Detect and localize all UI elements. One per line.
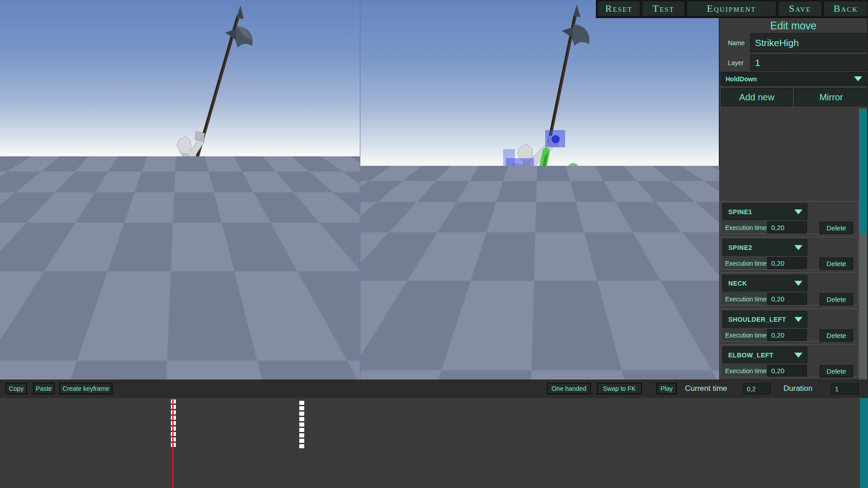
gizmo-foot-sphere-right	[544, 259, 553, 268]
execution-time-input[interactable]: 0,20	[767, 293, 807, 305]
execution-time-label: Execution time	[722, 257, 767, 269]
viewport-edit[interactable]	[360, 0, 719, 380]
target-sphere-yellow	[592, 169, 603, 180]
bone-select-dropdown[interactable]: SPINE1	[722, 203, 807, 220]
bone-name-label: SPINE2	[728, 244, 752, 251]
playhead[interactable]	[172, 398, 174, 488]
timeline[interactable]	[0, 397, 868, 488]
bone-list: SPINE1 Execution time 0,20 Delete SPINE2…	[720, 108, 861, 382]
duration-label: Duration	[783, 384, 812, 393]
execution-time-label: Execution time	[722, 293, 767, 305]
target-sphere-red-right	[561, 206, 572, 217]
mannequin	[159, 131, 212, 246]
animation-editor-app: Reset Test Equipment Save Back Edit move…	[0, 0, 868, 488]
bone-list-scrollbar[interactable]	[859, 108, 867, 382]
execution-time-label: Execution time	[722, 329, 767, 341]
dropdown-arrow-icon	[854, 76, 862, 81]
keyframe-marker-2[interactable]	[299, 401, 304, 450]
gizmo-foot-sphere-left	[486, 260, 495, 269]
name-input[interactable]: StrikeHigh	[750, 33, 868, 52]
name-row: Name StrikeHigh	[720, 33, 868, 52]
bone-select-dropdown[interactable]: ELBOW_LEFT	[722, 347, 807, 363]
keyframe-dash	[299, 428, 304, 432]
back-button[interactable]: Back	[824, 1, 868, 16]
keyframe-dash	[299, 412, 304, 416]
execution-time-input[interactable]: 0,20	[767, 221, 807, 234]
execution-time-label: Execution time	[722, 365, 767, 377]
bone-card: NECK Execution time 0,20 Delete	[721, 272, 858, 305]
gizmo-box-chest	[506, 158, 534, 182]
reset-button[interactable]: Reset	[598, 1, 640, 16]
bone-card: ELBOW_LEFT Execution time 0,20 Delete	[721, 344, 858, 377]
target-sphere-green-left	[468, 196, 480, 208]
mirror-button[interactable]: Mirror	[794, 88, 868, 106]
delete-button[interactable]: Delete	[820, 365, 853, 377]
timeline-end-bar[interactable]	[860, 398, 868, 488]
copy-button[interactable]: Copy	[5, 383, 27, 394]
bone-name-label: ELBOW_LEFT	[728, 352, 774, 359]
edit-move-panel: Edit move Name StrikeHigh Layer 1 HoldDo…	[719, 17, 868, 382]
play-button[interactable]: Play	[656, 383, 677, 394]
name-label: Name	[728, 39, 745, 47]
delete-button[interactable]: Delete	[820, 293, 853, 305]
equipment-button[interactable]: Equipment	[687, 1, 776, 16]
move-type-value: HoldDown	[726, 75, 757, 83]
character-preview	[0, 0, 360, 380]
gizmo-hand-lower-sphere	[537, 193, 545, 202]
keyframe-dash	[299, 422, 304, 427]
dropdown-arrow-icon	[794, 209, 802, 214]
delete-button[interactable]: Delete	[820, 329, 853, 342]
execution-time-label: Execution time	[722, 221, 767, 234]
move-type-dropdown[interactable]: HoldDown	[721, 72, 868, 86]
bone-name-label: SPINE1	[728, 208, 752, 216]
paste-button[interactable]: Paste	[33, 383, 55, 394]
ik-gizmos	[468, 130, 603, 269]
current-time-label: Current time	[685, 384, 727, 393]
keyframe-dash	[299, 444, 304, 448]
save-button[interactable]: Save	[778, 1, 822, 16]
test-button[interactable]: Test	[642, 1, 685, 16]
keyframe-dash	[299, 433, 304, 437]
ground-direction-line	[96, 215, 360, 304]
swap-to-fk-button[interactable]: Swap to FK	[597, 383, 642, 394]
target-sphere-green-right	[567, 163, 579, 175]
viewport-preview[interactable]	[0, 0, 360, 380]
keyframe-dash	[299, 401, 304, 405]
layer-input[interactable]: 1	[750, 54, 868, 71]
bone-card: SPINE1 Execution time 0,20 Delete	[721, 201, 858, 234]
bone-name-label: SHOULDER_LEFT	[728, 316, 786, 323]
bone-name-label: NECK	[728, 280, 747, 287]
keyframe-dash	[299, 417, 304, 421]
panel-title: Edit move	[720, 20, 867, 32]
current-time-input[interactable]: 0,2	[743, 383, 771, 394]
keyframe-dash	[299, 439, 304, 443]
character-edit	[360, 0, 719, 380]
execution-time-input[interactable]: 0,20	[767, 329, 807, 341]
bone-card: SPINE2 Execution time 0,20 Delete	[721, 237, 858, 270]
bone-select-dropdown[interactable]: SHOULDER_LEFT	[722, 311, 807, 328]
one-handed-button[interactable]: One handed	[547, 383, 591, 394]
execution-time-input[interactable]: 0,20	[767, 365, 807, 377]
bone-card: SHOULDER_LEFT Execution time 0,20 Delete	[721, 309, 858, 342]
bottom-toolbar: Copy Paste Create keyframe One handed Sw…	[0, 380, 868, 397]
scrollbar-thumb[interactable]	[859, 109, 867, 234]
bone-select-dropdown[interactable]: NECK	[722, 275, 807, 291]
create-keyframe-button[interactable]: Create keyframe	[59, 383, 113, 394]
delete-button[interactable]: Delete	[820, 258, 853, 270]
execution-time-input[interactable]: 0,20	[767, 257, 807, 269]
delete-button[interactable]: Delete	[820, 222, 853, 234]
gizmo-box-pelvis	[499, 193, 533, 219]
add-new-button[interactable]: Add new	[721, 88, 793, 106]
dropdown-arrow-icon	[794, 317, 802, 322]
layer-row: Layer 1	[720, 54, 868, 71]
dropdown-arrow-icon	[794, 245, 802, 250]
layer-label: Layer	[728, 59, 744, 66]
dropdown-arrow-icon	[794, 281, 802, 286]
top-toolbar: Reset Test Equipment Save Back	[596, 0, 868, 18]
duration-input[interactable]: 1	[831, 383, 859, 394]
gizmo-hand-upper-sphere	[552, 135, 560, 143]
dropdown-arrow-icon	[794, 352, 802, 357]
bone-select-dropdown[interactable]: SPINE2	[722, 239, 807, 256]
target-sphere-red-lower	[525, 242, 536, 253]
keyframe-dash	[299, 406, 304, 410]
